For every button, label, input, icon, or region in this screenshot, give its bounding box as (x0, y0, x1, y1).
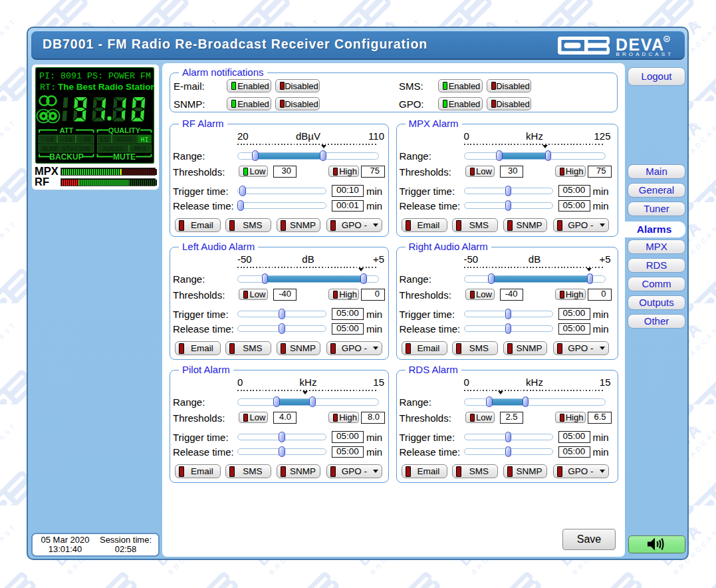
svg-text:GOOD: GOOD (116, 136, 132, 144)
svg-text:-30: -30 (79, 136, 91, 144)
svg-text:RT:: RT: (40, 82, 56, 92)
svg-text:BACKUP: BACKUP (49, 152, 83, 162)
svg-text:MUTE: MUTE (113, 152, 136, 162)
svg-text:-20: -20 (60, 136, 72, 144)
svg-text:ATT: ATT (60, 126, 74, 134)
svg-text:-10: -10 (42, 136, 54, 144)
svg-text:LO: LO (100, 136, 108, 144)
svg-text:The Best Radio Station: The Best Radio Station (58, 82, 154, 92)
svg-text:BROADCAST: BROADCAST (616, 51, 674, 57)
svg-text:PI: 8091 PS: POWER FM: PI: 8091 PS: POWER FM (39, 71, 151, 81)
svg-text:QUALITY: QUALITY (108, 126, 141, 134)
svg-text:HI: HI (140, 136, 148, 144)
svg-text:MPX: MPX (134, 146, 146, 153)
svg-text:R: R (665, 37, 669, 41)
